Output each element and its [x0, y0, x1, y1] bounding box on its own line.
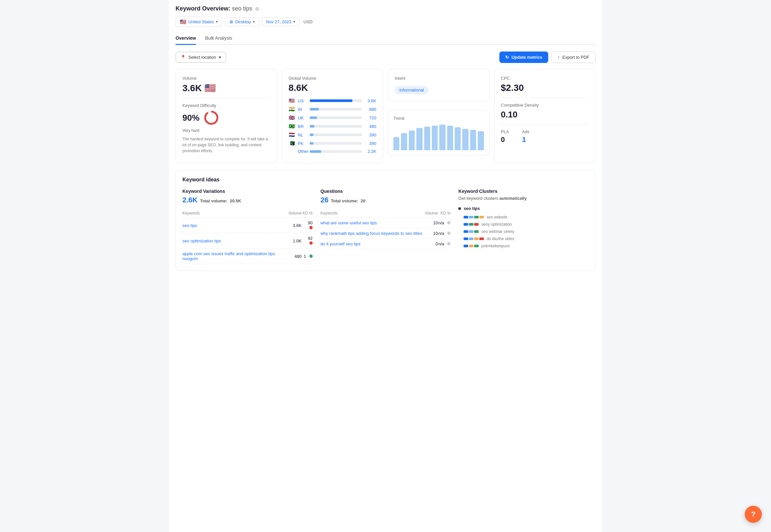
questions-column: Questions 26 Total volume: 20 Keywords V… — [321, 189, 451, 264]
country-row: 🇧🇷 BR 480 — [289, 123, 377, 129]
country-row: 🇵🇰 PK 390 — [289, 140, 377, 146]
cluster-root-label: seo tips — [464, 206, 480, 211]
monitor-icon: 🖥 — [229, 19, 233, 24]
help-fab[interactable]: ? — [745, 506, 762, 523]
country-filter[interactable]: 🇺🇸 United States ▾ — [176, 17, 222, 27]
export-pdf-button[interactable]: ↑ Export to PDF — [552, 51, 595, 63]
variations-meta: 2.6K Total volume: 20.5K — [182, 196, 313, 204]
volume-cell: 0 — [425, 239, 438, 249]
table-row: why rankmath tips adding focus keywords … — [321, 228, 451, 239]
device-filter[interactable]: 🖥 Desktop ▾ — [225, 17, 259, 26]
country-flag-icon: 🇳🇱 — [289, 132, 295, 138]
country-volume: 880 — [365, 107, 376, 112]
export-label: Export to PDF — [562, 55, 589, 60]
volume-cell: 10 — [425, 218, 438, 228]
trend-bar — [432, 126, 438, 150]
chevron-down-icon: ▾ — [253, 20, 255, 24]
trend-bar — [455, 127, 461, 150]
kd-value: 90% — [182, 113, 199, 123]
add-keyword-icon[interactable]: ⊕ — [255, 6, 259, 12]
table-row: what are some useful seo tips 10 n/a — [321, 218, 451, 228]
volume-bar — [310, 150, 362, 153]
kd-label: Keyword Difficulty — [182, 103, 270, 108]
select-location-button[interactable]: 📍 Select location ▾ — [176, 52, 226, 63]
volume-cell: 480 — [288, 249, 302, 264]
trend-bar — [470, 130, 476, 150]
trend-bar — [409, 131, 415, 150]
country-volume: 2.2K — [365, 149, 376, 154]
volume-cell: 10 — [425, 228, 438, 239]
intent-card: Intent Informational — [388, 69, 490, 101]
tabs: Overview Bulk Analysis — [176, 32, 595, 45]
country-volume: 390 — [365, 141, 376, 146]
ideas-grid: Keyword Variations 2.6K Total volume: 20… — [182, 189, 589, 264]
country-code: IN — [298, 107, 307, 112]
keyword-link[interactable]: apple com seo issues traffic and optimiz… — [182, 251, 275, 261]
col-keywords: Keywords — [321, 209, 425, 218]
keyword-link[interactable]: seo tips — [182, 223, 197, 228]
volume-bar — [310, 125, 362, 128]
col-kd: KD % — [438, 209, 451, 218]
global-volume-value: 8.6K — [289, 83, 377, 93]
date-filter[interactable]: Nov 27, 2023 ▾ — [262, 17, 300, 26]
global-volume-card: Global Volume 8.6K 🇺🇸 US 3.6K 🇮🇳 IN 880 … — [282, 69, 384, 163]
refresh-icon: ↻ — [505, 55, 509, 60]
trend-label: Trend — [393, 116, 484, 121]
volume-flag: 🇺🇸 — [204, 83, 216, 93]
country-label: United States — [188, 19, 214, 24]
filter-bar: 🇺🇸 United States ▾ 🖥 Desktop ▾ Nov 27, 2… — [176, 17, 595, 27]
pla-value: 0 — [501, 135, 509, 144]
country-flag-icon: 🇮🇳 — [289, 106, 295, 112]
tab-bulk-analysis[interactable]: Bulk Analysis — [205, 32, 232, 45]
country-flag: 🇺🇸 — [180, 19, 186, 25]
chevron-down-icon: ▾ — [216, 20, 218, 24]
keyword-link[interactable]: what are some useful seo tips — [321, 220, 377, 225]
device-label: Desktop — [235, 19, 251, 24]
cluster-color-bar — [464, 237, 484, 240]
volume-value: 3.6K 🇺🇸 — [182, 83, 270, 93]
kd-cell: n/a — [438, 218, 451, 228]
keyword-link[interactable]: why rankmath tips adding focus keywords … — [321, 231, 422, 236]
kd-donut-chart — [203, 110, 219, 126]
page-title: Keyword Overview: seo tips — [176, 5, 252, 12]
variations-title: Keyword Variations — [182, 189, 313, 194]
questions-meta: 26 Total volume: 20 — [321, 196, 451, 204]
keyword-ideas-section: Keyword ideas Keyword Variations 2.6K To… — [176, 170, 595, 271]
table-row: do it yourself seo tips 0 n/a — [321, 239, 451, 249]
clusters-title: Keyword Clusters — [458, 189, 589, 194]
volume-bar — [310, 142, 362, 145]
export-icon: ↑ — [558, 55, 560, 60]
kd-rating: Very hard — [182, 128, 270, 133]
location-icon: 📍 — [180, 55, 186, 60]
country-flag-icon: 🇺🇸 — [289, 98, 295, 104]
list-item: seo website — [464, 215, 589, 219]
pla-ads-row: PLA 0 Ads 1 — [501, 129, 589, 144]
trend-bar — [393, 137, 399, 150]
country-flag-icon: 🇵🇰 — [289, 140, 295, 146]
keyword-link[interactable]: do it yourself seo tips — [321, 241, 361, 246]
country-row: 🇬🇧 UK 720 — [289, 115, 377, 121]
keyword-link[interactable]: seo optimization tips — [182, 238, 221, 243]
cpc-value: $2.30 — [501, 83, 589, 93]
kd-description: The hardest keyword to compete for. It w… — [182, 136, 270, 154]
kd-cell: n/a — [438, 239, 451, 249]
currency-label: USD — [303, 19, 312, 24]
update-metrics-button[interactable]: ↻ Update metrics — [499, 51, 548, 63]
table-row: seo optimization tips 1.0K 92 — [182, 233, 313, 249]
ads-item: Ads 1 — [522, 129, 529, 144]
tab-overview[interactable]: Overview — [176, 32, 196, 45]
volume-bar — [310, 133, 362, 136]
trend-chart — [393, 124, 484, 150]
questions-table: Keywords Volume KD % what are some usefu… — [321, 209, 451, 249]
list-item: seo webinar celery — [464, 229, 589, 234]
update-label: Update metrics — [511, 55, 542, 60]
chevron-down-icon: ▾ — [219, 55, 221, 60]
cpc-card: CPC $2.30 Competitive Density 0.10 PLA 0… — [494, 69, 596, 163]
country-code: UK — [298, 115, 307, 120]
volume-bar — [310, 116, 362, 119]
kd-cell: 90 — [302, 218, 312, 233]
pla-item: PLA 0 — [501, 129, 509, 144]
variations-column: Keyword Variations 2.6K Total volume: 20… — [182, 189, 313, 264]
col-keywords: Keywords — [182, 209, 288, 218]
col-kd: KD % — [302, 209, 312, 218]
